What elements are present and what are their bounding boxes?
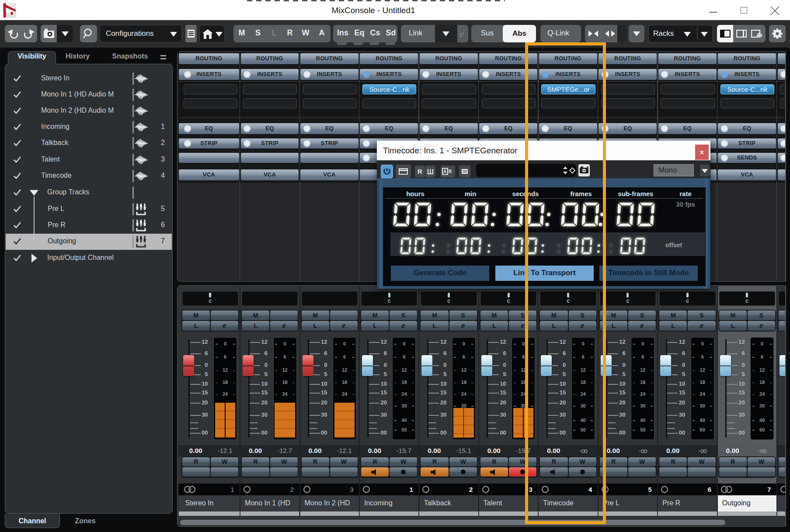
svg-text:A: A <box>443 169 446 174</box>
svg-text:B: B <box>449 169 452 174</box>
